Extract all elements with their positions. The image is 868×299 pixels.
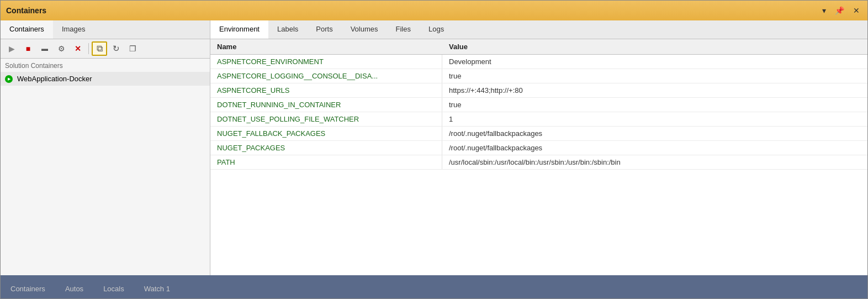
env-value-3: true (442, 98, 867, 112)
close-button[interactable]: ✕ (851, 5, 862, 16)
title-bar: Containers ▾ 📌 ✕ (1, 1, 867, 20)
env-row[interactable]: ASPNETCORE_ENVIRONMENT Development (210, 55, 867, 69)
env-table-rows: ASPNETCORE_ENVIRONMENT Development ASPNE… (210, 55, 867, 275)
env-row[interactable]: NUGET_PACKAGES /root/.nuget/fallbackpack… (210, 141, 867, 155)
pin-button[interactable]: 📌 (833, 5, 846, 16)
tab-files[interactable]: Files (387, 20, 420, 39)
env-row[interactable]: NUGET_FALLBACK_PACKAGES /root/.nuget/fal… (210, 127, 867, 141)
env-row[interactable]: PATH /usr/local/sbin:/usr/local/bin:/usr… (210, 155, 867, 170)
dropdown-button[interactable]: ▾ (820, 5, 828, 16)
env-value-2: https://+:443;http://+:80 (442, 83, 867, 97)
env-row[interactable]: ASPNETCORE_URLS https://+:443;http://+:8… (210, 83, 867, 98)
stop-button[interactable]: ■ (20, 41, 36, 56)
main-area: Containers Images ▶ ■ ▬ ⚙ ✕ ⧉ ↻ ❐ Soluti… (1, 20, 867, 275)
terminal-button[interactable]: ▬ (37, 41, 52, 56)
container-name: WebApplication-Docker (17, 75, 92, 83)
env-row[interactable]: DOTNET_RUNNING_IN_CONTAINER true (210, 98, 867, 112)
env-value-1: true (442, 69, 867, 83)
copy-files-button[interactable]: ❐ (125, 41, 140, 56)
bottom-tab-locals[interactable]: Locals (93, 279, 134, 298)
env-name-0: ASPNETCORE_ENVIRONMENT (210, 55, 442, 69)
toolbar-separator (88, 43, 89, 54)
bottom-tabs: Containers Autos Locals Watch 1 (1, 275, 867, 298)
env-name-1: ASPNETCORE_LOGGING__CONSOLE__DISA... (210, 69, 442, 83)
env-row[interactable]: ASPNETCORE_LOGGING__CONSOLE__DISA... tru… (210, 69, 867, 83)
env-name-6: NUGET_PACKAGES (210, 141, 442, 155)
tab-images[interactable]: Images (53, 20, 94, 39)
bottom-tab-autos[interactable]: Autos (55, 279, 93, 298)
left-tabs: Containers Images (1, 20, 210, 39)
env-value-4: 1 (442, 112, 867, 126)
tab-ports[interactable]: Ports (307, 20, 341, 39)
window-controls: ▾ 📌 ✕ (820, 5, 862, 16)
play-button[interactable]: ▶ (4, 41, 19, 56)
bottom-tab-watch1[interactable]: Watch 1 (134, 279, 180, 298)
run-indicator (5, 75, 13, 83)
env-name-5: NUGET_FALLBACK_PACKAGES (210, 127, 442, 140)
tab-labels[interactable]: Labels (268, 20, 307, 39)
env-value-6: /root/.nuget/fallbackpackages (442, 141, 867, 155)
right-tabs: Environment Labels Ports Volumes Files L… (210, 20, 867, 39)
delete-button[interactable]: ✕ (70, 41, 86, 56)
env-name-2: ASPNETCORE_URLS (210, 83, 442, 97)
solution-section-label: Solution Containers (1, 59, 210, 72)
main-window: Containers ▾ 📌 ✕ Containers Images ▶ ■ (0, 0, 868, 299)
env-value-7: /usr/local/sbin:/usr/local/bin:/usr/sbin… (442, 155, 867, 169)
toolbar: ▶ ■ ▬ ⚙ ✕ ⧉ ↻ ❐ (1, 39, 210, 59)
settings-button[interactable]: ⚙ (54, 41, 69, 56)
tab-containers[interactable]: Containers (1, 20, 53, 39)
header-value: Value (442, 39, 474, 54)
env-value-0: Development (442, 55, 867, 69)
tab-volumes[interactable]: Volumes (342, 20, 387, 39)
refresh-button[interactable]: ↻ (108, 41, 124, 56)
env-row[interactable]: DOTNET_USE_POLLING_FILE_WATCHER 1 (210, 112, 867, 127)
left-panel: Containers Images ▶ ■ ▬ ⚙ ✕ ⧉ ↻ ❐ Soluti… (1, 20, 210, 275)
header-name: Name (210, 39, 442, 54)
container-item[interactable]: WebApplication-Docker (1, 72, 210, 86)
env-name-7: PATH (210, 155, 442, 169)
window-title: Containers (6, 6, 46, 15)
copy-button[interactable]: ⧉ (92, 41, 107, 56)
bottom-tab-containers[interactable]: Containers (1, 279, 55, 298)
tab-logs[interactable]: Logs (420, 20, 453, 39)
env-table-header: Name Value (210, 39, 867, 55)
env-name-4: DOTNET_USE_POLLING_FILE_WATCHER (210, 112, 442, 126)
env-value-5: /root/.nuget/fallbackpackages (442, 127, 867, 140)
env-name-3: DOTNET_RUNNING_IN_CONTAINER (210, 98, 442, 112)
tab-environment[interactable]: Environment (210, 20, 268, 39)
right-panel: Environment Labels Ports Volumes Files L… (210, 20, 867, 275)
